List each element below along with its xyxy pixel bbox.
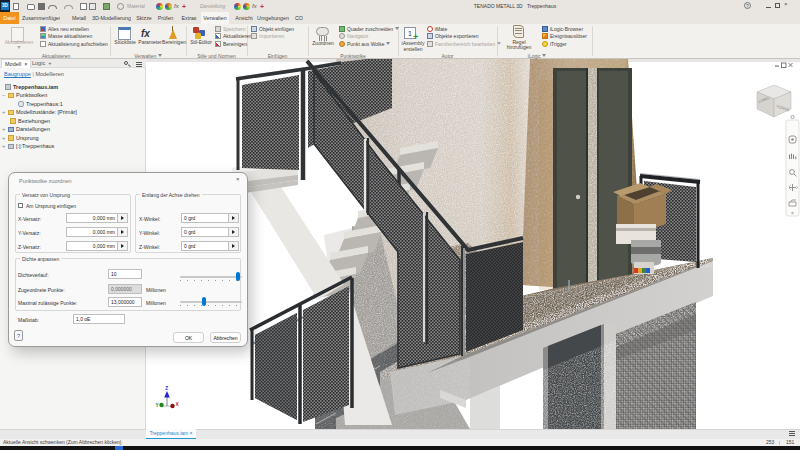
svg-text:Z: Z <box>165 386 168 391</box>
